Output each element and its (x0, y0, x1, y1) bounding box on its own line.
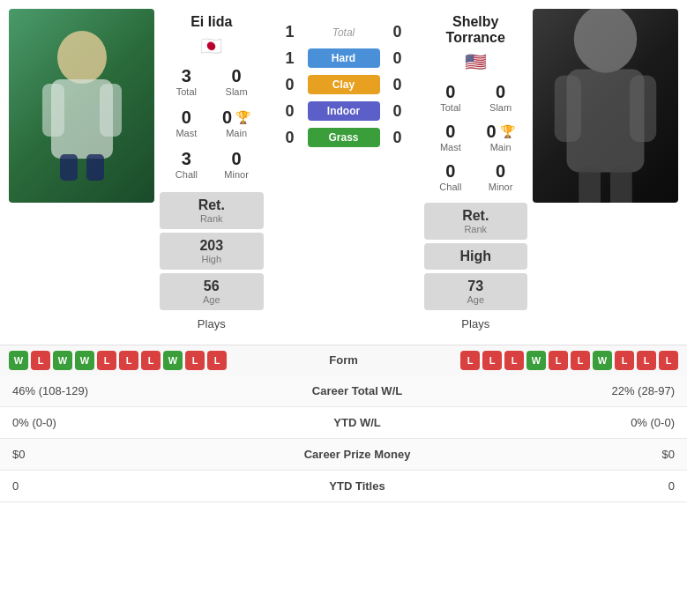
svg-rect-4 (60, 154, 78, 181)
clay-row: 0 Clay 0 (273, 75, 415, 94)
svg-rect-10 (579, 167, 601, 203)
stat-center-1: YTD W/L (216, 406, 498, 438)
form-label: Form (317, 353, 370, 367)
svg-rect-8 (555, 76, 581, 143)
right-chall-stat: 0 Chall (426, 157, 476, 197)
right-form-badge-l: L (549, 351, 568, 370)
player-section: Ei Iida 🇯🇵 3 Total 0 Slam 0 Mast 0 (0, 0, 687, 345)
grass-badge[interactable]: Grass (308, 128, 380, 147)
form-section: WLWWLLLWLL Form LLLWLLWLLL (0, 345, 687, 375)
right-main-stat: 0 🏆 Main (475, 117, 526, 157)
left-main-stat: 0 🏆 Main (212, 103, 262, 145)
left-minor-stat: 0 Minor (212, 145, 262, 186)
right-form-badge-l: L (460, 351, 480, 370)
right-minor-stat: 0 Minor (475, 157, 526, 197)
right-player-photo (533, 9, 678, 203)
left-player-flag: 🇯🇵 (154, 35, 269, 56)
right-player-stats: Shelby Torrance 🇺🇸 0 Total 0 Slam 0 Mast (419, 9, 534, 336)
right-form-badge-l: L (637, 351, 656, 370)
left-player-photo (9, 9, 154, 203)
right-form-badge-w: W (526, 351, 546, 370)
svg-rect-11 (610, 167, 632, 203)
grass-row: 0 Grass 0 (273, 128, 415, 147)
svg-rect-5 (86, 154, 104, 181)
svg-rect-3 (100, 84, 122, 137)
left-form-badge-l: L (207, 351, 227, 370)
hard-badge[interactable]: Hard (308, 48, 380, 68)
right-form-badge-l: L (571, 351, 590, 370)
right-age-card: 73 Age (424, 273, 528, 310)
left-trophy-icon: 🏆 (235, 110, 250, 124)
stat-right-3: 0 (498, 470, 687, 501)
left-high-card: 203 High (160, 233, 264, 270)
left-player-stats: Ei Iida 🇯🇵 3 Total 0 Slam 0 Mast 0 (154, 9, 269, 336)
left-form-badge-l: L (97, 351, 116, 370)
stat-right-2: $0 (498, 438, 687, 470)
stat-center-3: YTD Titles (216, 470, 498, 501)
stats-row-3: 0 YTD Titles 0 (0, 470, 687, 501)
left-form-badge-w: W (9, 351, 28, 370)
left-stats-grid: 3 Total 0 Slam 0 Mast 0 🏆 Main (154, 58, 269, 190)
right-slam-stat: 0 Slam (475, 78, 526, 117)
right-form-badge-l: L (659, 351, 678, 370)
stat-left-1: 0% (0-0) (0, 406, 216, 438)
right-total-stat: 0 Total (426, 78, 476, 117)
indoor-badge[interactable]: Indoor (308, 101, 380, 121)
stat-left-3: 0 (0, 470, 216, 501)
stats-row-0: 46% (108-129) Career Total W/L 22% (28-9… (0, 375, 687, 407)
svg-point-0 (57, 31, 107, 84)
left-form-badge-l: L (31, 351, 50, 370)
indoor-row: 0 Indoor 0 (273, 101, 415, 121)
left-form-badge-l: L (185, 351, 205, 370)
left-slam-stat: 0 Slam (212, 62, 262, 103)
left-chall-stat: 3 Chall (161, 145, 212, 186)
center-stats: 1 Total 0 1 Hard 0 0 Clay 0 0 Indoor 0 (269, 9, 419, 336)
left-total-stat: 3 Total (161, 62, 212, 103)
stat-center-0: Career Total W/L (216, 375, 498, 407)
right-form-badges: LLLWLLWLLL (376, 351, 679, 370)
stat-left-0: 46% (108-129) (0, 375, 216, 407)
left-plays: Plays (154, 312, 269, 336)
right-stats-grid: 0 Total 0 Slam 0 Mast 0 🏆 Main (419, 74, 534, 201)
right-high-card: High (424, 243, 528, 270)
svg-rect-9 (630, 76, 656, 143)
stat-right-1: 0% (0-0) (498, 406, 687, 438)
left-form-badge-w: W (163, 351, 183, 370)
left-form-badge-l: L (119, 351, 138, 370)
right-player-name: Shelby Torrance (419, 9, 534, 49)
left-rank-card: Ret. Rank (160, 192, 264, 229)
left-age-card: 56 Age (160, 273, 264, 310)
stats-row-1: 0% (0-0) YTD W/L 0% (0-0) (0, 406, 687, 438)
left-form-badge-w: W (75, 351, 94, 370)
hard-row: 1 Hard 0 (273, 48, 415, 68)
total-row: 1 Total 0 (273, 23, 415, 41)
right-form-badge-l: L (504, 351, 524, 370)
stat-left-2: $0 (0, 438, 216, 470)
right-player-flag: 🇺🇸 (419, 51, 534, 72)
left-form-badge-w: W (53, 351, 72, 370)
stat-right-0: 22% (28-97) (498, 375, 687, 407)
right-form-badge-w: W (593, 351, 612, 370)
right-mast-stat: 0 Mast (426, 117, 476, 157)
svg-rect-2 (42, 84, 64, 137)
stats-row-2: $0 Career Prize Money $0 (0, 438, 687, 470)
right-trophy-icon: 🏆 (500, 124, 515, 138)
clay-badge[interactable]: Clay (308, 75, 380, 94)
right-plays: Plays (419, 312, 534, 336)
right-form-badge-l: L (482, 351, 502, 370)
svg-point-6 (574, 9, 638, 73)
left-mast-stat: 0 Mast (161, 103, 212, 145)
stats-table: 46% (108-129) Career Total W/L 22% (28-9… (0, 375, 687, 502)
left-form-badges: WLWWLLLWLL (9, 351, 312, 370)
right-rank-card: Ret. Rank (424, 203, 528, 240)
right-form-badge-l: L (615, 351, 634, 370)
left-form-badge-l: L (141, 351, 161, 370)
stat-center-2: Career Prize Money (216, 438, 498, 470)
left-player-name: Ei Iida (154, 9, 269, 33)
main-container: Ei Iida 🇯🇵 3 Total 0 Slam 0 Mast 0 (0, 0, 687, 502)
